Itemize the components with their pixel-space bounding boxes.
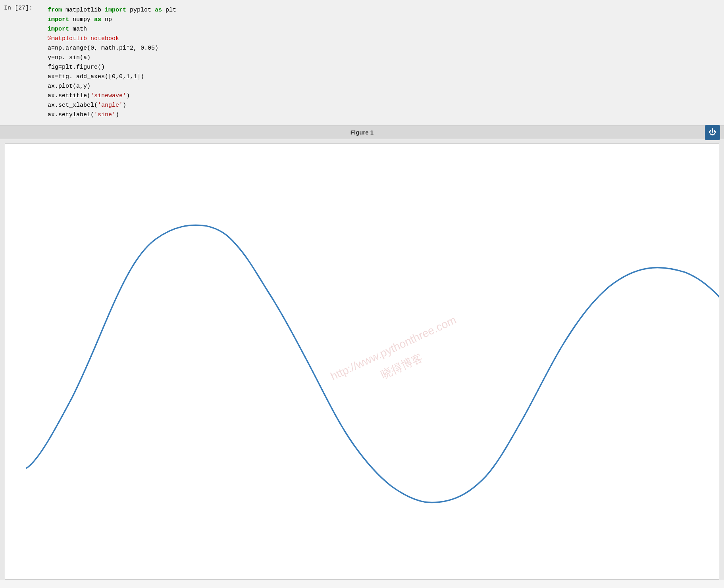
code-line: %matplotlib notebook (48, 34, 724, 44)
figure-header: Figure 1 ⏻ (0, 126, 724, 139)
string-literal: 'sinewave' (90, 92, 126, 99)
code-line: ax.setylabel('sine') (48, 110, 724, 120)
cell-label: In [27]: (0, 4, 48, 12)
keyword: as (155, 7, 162, 13)
code-text: ax.plot(a,y) (48, 83, 90, 90)
code-line: y=np. sin(a) (48, 53, 724, 63)
power-button[interactable]: ⏻ (705, 125, 720, 140)
string-literal: 'angle' (98, 102, 123, 109)
code-text: ) (116, 111, 119, 118)
figure-container: Figure 1 ⏻ http://www.pythonthree.com晓得博… (0, 125, 724, 580)
code-text: numpy (69, 16, 94, 23)
code-text: pyplot (126, 7, 155, 13)
code-text: math (69, 26, 87, 33)
code-text: ) (123, 102, 126, 109)
code-text: ax=fig. add_axes([0,0,1,1]) (48, 73, 144, 80)
code-text: ax.set_xlabel( (48, 102, 98, 109)
code-cell: In [27]: from matplotlib import pyplot a… (0, 0, 724, 125)
code-text: ax.settitle( (48, 92, 90, 99)
keyword: import (105, 7, 126, 13)
code-text: a=np.arange(0, math.pi*2, 0.05) (48, 45, 158, 52)
keyword: as (94, 16, 101, 23)
code-line: from matplotlib import pyplot as plt (48, 6, 724, 15)
code-line: ax.plot(a,y) (48, 82, 724, 91)
cell-code-block[interactable]: from matplotlib import pyplot as plt imp… (48, 4, 724, 121)
keyword: import (48, 26, 69, 33)
code-line: import numpy as np (48, 15, 724, 25)
code-text: fig=plt.figure() (48, 64, 105, 71)
code-line: import math (48, 25, 724, 34)
code-text: y=np. sin(a) (48, 54, 90, 61)
keyword: import (48, 16, 69, 23)
plot-area[interactable]: http://www.pythonthree.com晓得博客 (5, 143, 719, 580)
string-literal: 'sine' (94, 111, 116, 118)
code-line: ax=fig. add_axes([0,0,1,1]) (48, 72, 724, 82)
magic-command: %matplotlib notebook (48, 35, 119, 42)
code-line: fig=plt.figure() (48, 63, 724, 72)
code-line: ax.set_xlabel('angle') (48, 101, 724, 110)
code-line: a=np.arange(0, math.pi*2, 0.05) (48, 44, 724, 53)
keyword: from (48, 7, 62, 13)
power-icon: ⏻ (709, 128, 716, 136)
code-text: matplotlib (62, 7, 105, 13)
sine-wave-chart (5, 144, 719, 579)
code-text: ) (126, 92, 130, 99)
code-text: plt (162, 7, 176, 13)
code-text: np (101, 16, 112, 23)
figure-title: Figure 1 (350, 129, 374, 136)
code-line: ax.settitle('sinewave') (48, 91, 724, 101)
code-text: ax.setylabel( (48, 111, 94, 118)
